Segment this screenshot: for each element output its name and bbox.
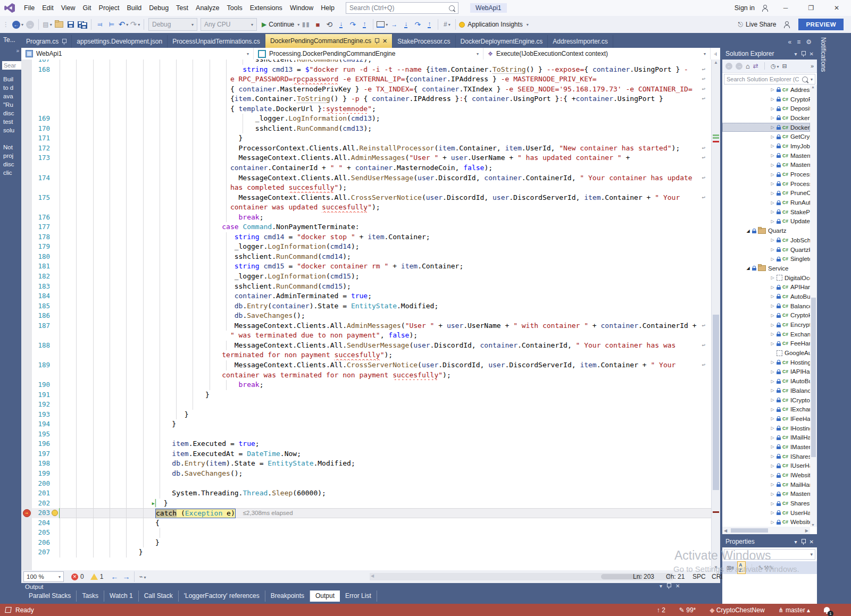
code-text[interactable]: terminated for non payment succesfully")… bbox=[60, 350, 712, 360]
close-panel-icon[interactable]: ✕ bbox=[810, 51, 814, 57]
code-text[interactable]: _logger.LogInformation(cmd13); bbox=[60, 114, 712, 124]
code-line-wrap[interactable]: e RPC_PASSWORD=rpcpassword -e EXTERNAL_I… bbox=[21, 74, 712, 85]
pin-icon[interactable] bbox=[801, 539, 806, 545]
code-text[interactable]: sshclient.RunCommand(cmd13); bbox=[60, 124, 712, 134]
preview-button[interactable]: PREVIEW bbox=[798, 19, 844, 30]
code-line-wrap[interactable]: " was terminated due to non payment", fa… bbox=[21, 331, 712, 341]
code-text[interactable]: container was updated succesfully"); bbox=[60, 202, 712, 213]
scroll-up-icon[interactable]: ▲ bbox=[712, 60, 720, 65]
tree-item-DockerPen[interactable]: ▷C#DockerPen bbox=[722, 123, 810, 132]
doc-tab-StakeProcessor.cs[interactable]: StakeProcessor.cs bbox=[393, 35, 455, 48]
code-text[interactable]: MessageContext.Clients.All.SendUserMessa… bbox=[60, 341, 712, 351]
code-line-189[interactable]: 189MessageContext.Clients.All.CrossServe… bbox=[21, 360, 712, 370]
code-text[interactable]: } bbox=[60, 410, 712, 420]
collapse-all-icon[interactable]: ⊟ bbox=[782, 63, 787, 70]
code-line-178[interactable]: 178string cmd14 = "docker stop " + item.… bbox=[21, 232, 712, 242]
doc-tab-AddressImporter.cs[interactable]: AddressImporter.cs bbox=[548, 35, 613, 48]
code-text[interactable]: _logger.LogInformation(cmd15); bbox=[60, 272, 712, 282]
code-text[interactable]: {item.Container.ToString() } -p { contai… bbox=[60, 94, 712, 104]
step-into-icon-2[interactable]: ↓ bbox=[401, 19, 411, 30]
breakpoint-margin-cell[interactable] bbox=[21, 202, 32, 213]
tree-item-ISharesHan[interactable]: ▷C#ISharesHan bbox=[722, 452, 810, 461]
breakpoint-margin-cell[interactable] bbox=[21, 488, 32, 499]
menu-file[interactable]: File bbox=[20, 0, 38, 16]
current-statement-breakpoint-icon[interactable]: → bbox=[23, 509, 31, 517]
tree-item-MailHandle[interactable]: ▷C#MailHandle bbox=[722, 480, 810, 490]
scrollbar-thumb[interactable] bbox=[811, 298, 816, 457]
code-text[interactable]: db.SaveChanges(); bbox=[60, 311, 712, 321]
bottom-tab-Error List[interactable]: Error List bbox=[340, 590, 377, 602]
menu-view[interactable]: View bbox=[57, 0, 79, 16]
code-line-205[interactable]: 205 bbox=[21, 528, 712, 538]
navigate-back-button[interactable]: ←▾ bbox=[12, 19, 23, 30]
breakpoint-margin-cell[interactable] bbox=[21, 153, 32, 163]
member-dropdown[interactable]: ❖ Execute(IJobExecutionContext context)▾ bbox=[483, 48, 711, 60]
tree-item-IWebsiteHa[interactable]: ▷C#IWebsiteHa bbox=[722, 470, 810, 480]
close-tab-icon[interactable]: ✕ bbox=[382, 35, 387, 47]
tree-item-UserHandle[interactable]: ▷C#UserHandle bbox=[722, 508, 810, 518]
breakpoint-margin-cell[interactable] bbox=[21, 528, 32, 538]
code-text[interactable]: sshclient.RunCommand(cmd12); bbox=[60, 60, 712, 65]
code-line-203[interactable]: →203catch (Exception e)≤2,308ms elapsed bbox=[21, 508, 712, 518]
se-forward-icon[interactable]: → bbox=[736, 63, 742, 70]
breakpoint-margin-cell[interactable] bbox=[21, 272, 32, 282]
code-line-179[interactable]: 179_logger.LogInformation(cmd14); bbox=[21, 242, 712, 252]
breakpoint-margin-cell[interactable] bbox=[21, 242, 32, 252]
code-line-206[interactable]: 206} bbox=[21, 538, 712, 548]
code-line-182[interactable]: 182_logger.LogInformation(cmd15); bbox=[21, 272, 712, 282]
code-text[interactable]: db.Entry(item).State = EntityState.Modif… bbox=[60, 459, 712, 469]
tree-item-BalanceHa[interactable]: ▷C#BalanceHa bbox=[722, 301, 810, 311]
menu-test[interactable]: Test bbox=[172, 0, 192, 16]
menu-window[interactable]: Window bbox=[286, 0, 317, 16]
categorized-icon[interactable]: ⊞≡ bbox=[727, 565, 734, 571]
show-next-statement-icon[interactable]: → bbox=[389, 19, 399, 30]
close-panel-icon[interactable]: ✕ bbox=[810, 539, 814, 545]
show-output-icon[interactable]: ▾ bbox=[377, 19, 388, 30]
code-line-185[interactable]: 185db.Entry(container).State = EntitySta… bbox=[21, 301, 712, 311]
repo-button[interactable]: ◆ CryptoChestNew bbox=[710, 606, 764, 614]
menu-build[interactable]: Build bbox=[123, 0, 145, 16]
code-text[interactable]: container was terminated for non payment… bbox=[60, 370, 712, 381]
notifications-side-tab[interactable]: Notifications bbox=[817, 33, 830, 604]
tree-item-WebsiteHa[interactable]: ▷C#WebsiteHa bbox=[722, 518, 810, 527]
zoom-dropdown[interactable]: 100 %▾ bbox=[23, 571, 64, 582]
navigate-forward-button[interactable]: → bbox=[24, 19, 35, 30]
save-all-button[interactable] bbox=[77, 19, 88, 30]
code-line-169[interactable]: 169_logger.LogInformation(cmd13); bbox=[21, 114, 712, 124]
alphabetical-sort-icon[interactable]: AZ↓ bbox=[737, 561, 745, 574]
breakpoint-margin-cell[interactable] bbox=[21, 163, 32, 173]
breakpoint-margin-cell[interactable] bbox=[21, 380, 32, 390]
se-vertical-scrollbar[interactable]: ▲ ▼ bbox=[810, 85, 817, 527]
share-person-icon[interactable] bbox=[784, 21, 791, 28]
code-text[interactable]: break; bbox=[60, 213, 712, 223]
breakpoint-margin-cell[interactable] bbox=[21, 439, 32, 449]
menu-project[interactable]: Project bbox=[95, 0, 123, 16]
breakpoint-margin-cell[interactable] bbox=[21, 193, 32, 203]
code-line-200[interactable]: 200 bbox=[21, 479, 712, 489]
solution-search-input[interactable]: Search Solution Explorer (C ▾ bbox=[724, 74, 815, 85]
tree-item-GetCryptoR[interactable]: ▷C#GetCryptoR bbox=[722, 132, 810, 141]
scroll-left-icon[interactable]: ◀ bbox=[371, 573, 374, 578]
code-line-wrap[interactable]: container was terminated for non payment… bbox=[21, 370, 712, 381]
code-line-wrap[interactable]: { template.DockerUrl }:systemnode"; bbox=[21, 104, 712, 114]
restore-button[interactable]: ❐ bbox=[802, 4, 820, 12]
code-line-192[interactable]: 192 bbox=[21, 400, 712, 410]
code-line-183[interactable]: 183sshclient.RunCommand(cmd15); bbox=[21, 282, 712, 292]
pending-changes-filter-icon[interactable]: ◷▾ bbox=[771, 63, 779, 70]
code-line-174[interactable]: 174MessageContext.Clients.All.SendUserMe… bbox=[21, 173, 712, 183]
tree-item-ExchangeR[interactable]: ▷C#ExchangeR bbox=[722, 330, 810, 339]
tree-item-IMailHandl[interactable]: ▷C#IMailHandl bbox=[722, 433, 810, 442]
code-line-wrap[interactable]: has completed succesfully"); bbox=[21, 183, 712, 193]
code-line-191[interactable]: 191} bbox=[21, 390, 712, 400]
bottom-tab-Call Stack[interactable]: Call Stack bbox=[139, 590, 179, 602]
tree-item-PruneCont[interactable]: ▷C#PruneCont bbox=[722, 189, 810, 198]
code-text[interactable]: } bbox=[60, 547, 712, 558]
notifications-bell-button[interactable]: 1 bbox=[824, 606, 830, 614]
scroll-left-icon[interactable]: ◀ bbox=[724, 528, 727, 533]
code-line-194[interactable]: 194} bbox=[21, 419, 712, 429]
breakpoint-margin-cell[interactable] bbox=[21, 65, 32, 75]
home-icon[interactable]: ⌂ bbox=[746, 62, 750, 70]
sync-with-active-document-icon[interactable]: ⇄ bbox=[753, 62, 758, 70]
tree-item-IAPIHandle[interactable]: ▷C#IAPIHandle bbox=[722, 367, 810, 377]
tree-item-Masternod[interactable]: ▷C#Masternod bbox=[722, 161, 810, 170]
